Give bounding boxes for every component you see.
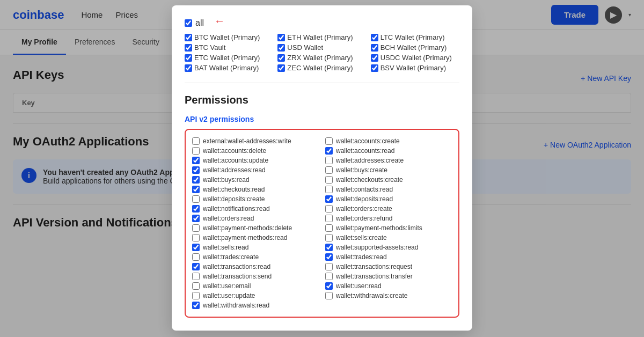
eth-wallet-checkbox[interactable] <box>277 34 285 41</box>
perm-wallet-buys-create[interactable] <box>325 166 333 174</box>
perm-item: wallet:notifications:read <box>192 204 319 214</box>
perm-label: wallet:addresses:create <box>336 157 404 164</box>
permissions-right-col: wallet:accounts:create wallet:accounts:r… <box>325 136 452 243</box>
zrx-wallet-label[interactable]: ZRX Wallet (Primary) <box>287 54 353 62</box>
wallet-item: LTC Wallet (Primary) <box>371 33 459 41</box>
modal-divider <box>185 83 459 83</box>
perm-item: wallet:sells:create <box>325 233 452 243</box>
perm-item: wallet:accounts:delete <box>192 146 319 156</box>
wallet-item: BTC Vault <box>185 43 273 52</box>
perm-wallet-accounts-delete[interactable] <box>192 147 200 155</box>
permissions-section: Permissions API v2 permissions external:… <box>185 94 459 243</box>
perm-wallet-buys-read[interactable] <box>192 176 200 184</box>
wallets-section: all ← BTC Wallet (Primary) ETH Wallet (P… <box>185 18 459 72</box>
perm-label: wallet:accounts:read <box>336 147 394 155</box>
permissions-grid: external:wallet-addresses:write wallet:a… <box>192 136 452 243</box>
zrx-wallet-checkbox[interactable] <box>277 54 285 62</box>
perm-item: wallet:accounts:create <box>325 136 452 146</box>
btc-wallet-label[interactable]: BTC Wallet (Primary) <box>194 33 260 41</box>
all-checkbox[interactable] <box>185 19 192 27</box>
usd-wallet-checkbox[interactable] <box>277 44 285 52</box>
perm-wallet-payment-methods-limits[interactable] <box>325 224 333 232</box>
perm-item: wallet:deposits:create <box>192 194 319 204</box>
wallet-grid: BTC Wallet (Primary) ETH Wallet (Primary… <box>185 33 459 72</box>
arrow-all-annotation: ← <box>214 15 225 27</box>
perm-label: wallet:payment-methods:read <box>203 234 287 241</box>
bat-wallet-label[interactable]: BAT Wallet (Primary) <box>194 64 259 72</box>
perm-wallet-accounts-read[interactable] <box>325 147 333 155</box>
modal-dialog: all ← BTC Wallet (Primary) ETH Wallet (P… <box>172 5 472 243</box>
perm-label: wallet:accounts:delete <box>203 147 266 155</box>
perm-wallet-accounts-update[interactable] <box>192 157 200 164</box>
perm-label: wallet:payment-methods:limits <box>336 224 422 232</box>
bsv-wallet-label[interactable]: BSV Wallet (Primary) <box>380 64 446 72</box>
perm-wallet-addresses-create[interactable] <box>325 157 333 164</box>
perm-wallet-orders-read[interactable] <box>192 215 200 222</box>
perm-label: wallet:checkouts:read <box>203 186 265 193</box>
perm-item: wallet:checkouts:read <box>192 185 319 194</box>
bch-wallet-checkbox[interactable] <box>371 44 378 52</box>
perm-label: wallet:deposits:read <box>336 195 393 203</box>
perm-wallet-deposits-read[interactable] <box>325 195 333 203</box>
perm-label: wallet:checkouts:create <box>336 176 403 184</box>
wallet-item: BAT Wallet (Primary) <box>185 64 273 72</box>
wallet-item: ETH Wallet (Primary) <box>277 33 366 41</box>
perm-wallet-orders-create[interactable] <box>325 205 333 213</box>
perm-wallet-sells-create[interactable] <box>325 234 333 241</box>
perm-item: wallet:buys:create <box>325 165 452 175</box>
bch-wallet-label[interactable]: BCH Wallet (Primary) <box>380 43 447 52</box>
perm-wallet-checkouts-read[interactable] <box>192 186 200 193</box>
perm-item: wallet:addresses:read <box>192 165 319 175</box>
perm-wallet-addresses-read[interactable] <box>192 166 200 174</box>
perm-wallet-notifications-read[interactable] <box>192 205 200 213</box>
bat-wallet-checkbox[interactable] <box>185 64 192 72</box>
perm-wallet-accounts-create[interactable] <box>325 137 333 145</box>
perm-item: wallet:checkouts:create <box>325 175 452 185</box>
wallet-item: ETC Wallet (Primary) <box>185 54 273 62</box>
perm-label: wallet:payment-methods:delete <box>203 224 292 232</box>
perm-wallet-orders-refund[interactable] <box>325 215 333 222</box>
perm-external-wallet-addresses-write[interactable] <box>192 137 200 145</box>
perm-label: wallet:deposits:create <box>203 195 265 203</box>
perm-item: wallet:accounts:read <box>325 146 452 156</box>
all-checkbox-label[interactable]: all <box>195 18 204 28</box>
perm-item: wallet:payment-methods:delete <box>192 223 319 233</box>
perm-wallet-deposits-create[interactable] <box>192 195 200 203</box>
perm-label: wallet:addresses:read <box>203 166 266 174</box>
ltc-wallet-checkbox[interactable] <box>371 34 378 41</box>
btc-vault-label[interactable]: BTC Vault <box>194 43 225 52</box>
usd-wallet-label[interactable]: USD Wallet <box>287 43 323 52</box>
bsv-wallet-checkbox[interactable] <box>371 64 378 72</box>
perm-wallet-checkouts-create[interactable] <box>325 176 333 184</box>
btc-vault-checkbox[interactable] <box>185 44 192 52</box>
perm-item: wallet:buys:read <box>192 175 319 185</box>
etc-wallet-checkbox[interactable] <box>185 54 192 62</box>
modal-overlay[interactable]: all ← BTC Wallet (Primary) ETH Wallet (P… <box>0 0 644 243</box>
usdc-wallet-checkbox[interactable] <box>371 54 378 62</box>
perm-item: wallet:deposits:read <box>325 194 452 204</box>
perm-item: wallet:addresses:create <box>325 156 452 165</box>
perm-label: wallet:accounts:update <box>203 157 268 164</box>
perm-label: wallet:orders:read <box>203 215 254 222</box>
perm-wallet-payment-methods-read[interactable] <box>192 234 200 241</box>
wallet-item: USD Wallet <box>277 43 366 52</box>
perm-item: wallet:payment-methods:read <box>192 233 319 243</box>
perm-wallet-contacts-read[interactable] <box>325 186 333 193</box>
permissions-box: external:wallet-addresses:write wallet:a… <box>185 129 459 243</box>
eth-wallet-label[interactable]: ETH Wallet (Primary) <box>287 33 353 41</box>
wallet-item: BCH Wallet (Primary) <box>371 43 459 52</box>
perm-wallet-payment-methods-delete[interactable] <box>192 224 200 232</box>
wallet-item: BTC Wallet (Primary) <box>185 33 273 41</box>
perm-item: wallet:payment-methods:limits <box>325 223 452 233</box>
api-v2-title: API v2 permissions <box>185 115 459 123</box>
perm-label: wallet:contacts:read <box>336 186 393 193</box>
etc-wallet-label[interactable]: ETC Wallet (Primary) <box>194 54 260 62</box>
zec-wallet-label[interactable]: ZEC Wallet (Primary) <box>287 64 353 72</box>
usdc-wallet-label[interactable]: USDC Wallet (Primary) <box>380 54 452 62</box>
perm-label: wallet:buys:read <box>203 176 250 184</box>
btc-wallet-checkbox[interactable] <box>185 34 192 41</box>
ltc-wallet-label[interactable]: LTC Wallet (Primary) <box>380 33 445 41</box>
perm-label: wallet:notifications:read <box>203 205 270 213</box>
zec-wallet-checkbox[interactable] <box>277 64 285 72</box>
perm-item: wallet:orders:create <box>325 204 452 214</box>
